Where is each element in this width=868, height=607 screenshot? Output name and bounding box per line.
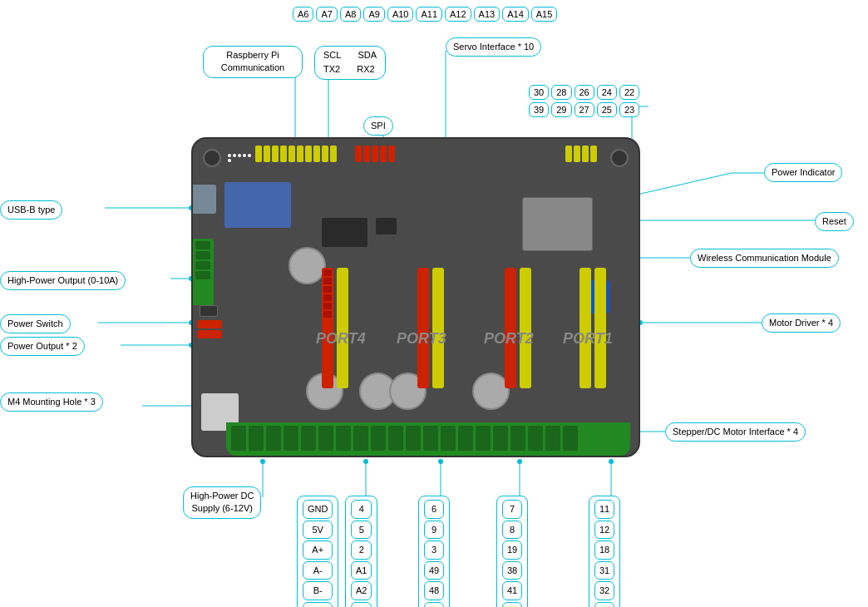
wireless-module-label: Wireless Communication Module: [690, 249, 839, 268]
pin-gnd1: GND: [303, 500, 333, 519]
spi-label: SPI: [363, 116, 393, 136]
pin-a14: A14: [502, 7, 529, 22]
pin-41: 41: [502, 581, 522, 600]
bottom-group1: GND 5V A+ A- B- B+ GND V+: [297, 496, 338, 607]
port3-label: PORT3: [397, 330, 446, 348]
pin-40: 40: [502, 602, 522, 608]
pin-5: 5: [351, 521, 372, 540]
pin-47: 47: [424, 602, 444, 608]
pin-a6: A6: [293, 7, 313, 22]
power-output-label: Power Output * 2: [0, 337, 85, 356]
high-power-dc-text: High-Power DCSupply (6-12V): [190, 491, 254, 513]
pin-12: 12: [594, 521, 614, 540]
pin-bminus: B-: [303, 581, 333, 600]
pin-aminus: A-: [303, 561, 333, 580]
rx2-label: RX2: [357, 63, 374, 76]
pin-3: 3: [424, 540, 444, 560]
bottom-group3: 6 9 3 49 48 47 43 42: [418, 496, 450, 607]
svg-point-40: [438, 459, 443, 464]
svg-point-42: [517, 459, 522, 464]
pin-48: 48: [424, 581, 444, 600]
reset-label: Reset: [815, 212, 854, 231]
pin-49: 49: [424, 561, 444, 580]
bottom-group5: 11 12 18 31 32 33 34 35: [589, 496, 620, 607]
pin-27: 27: [575, 102, 594, 117]
pin-a3: A3: [351, 602, 372, 608]
svg-point-44: [609, 459, 614, 464]
bottom-group2: 4 5 2 A1 A2 A3 A4 A5: [345, 496, 377, 607]
pin-32: 32: [594, 581, 614, 600]
pin-a10: A10: [387, 7, 414, 22]
servo-interface-label: Servo Interface * 10: [446, 37, 541, 57]
pin-4: 4: [351, 500, 372, 519]
pin-a1: A1: [351, 561, 372, 580]
pin-bplus: B+: [303, 602, 333, 608]
pin-a12: A12: [445, 7, 471, 22]
mounting-hole-label: M4 Mounting Hole * 3: [0, 392, 103, 412]
right-pins-group: 30 28 26 24 22 39 29 27 25 23: [529, 85, 639, 117]
tx2-label: TX2: [323, 63, 340, 76]
circuit-board: PORT4 PORT3 PORT2 PORT1: [191, 137, 640, 457]
pin-a9: A9: [363, 7, 384, 22]
pin-31: 31: [594, 561, 614, 580]
pin-5v: 5V: [303, 521, 333, 540]
pin-29: 29: [551, 102, 571, 117]
pin-9: 9: [424, 521, 444, 540]
scl-sda-box: SCL SDA TX2 RX2: [314, 46, 386, 80]
pin-a15: A15: [531, 7, 558, 22]
pin-8: 8: [502, 521, 522, 540]
diagram-container: PORT4 PORT3 PORT2 PORT1: [0, 0, 868, 607]
pin-6: 6: [424, 500, 444, 519]
high-power-output-label: High-Power Output (0-10A): [0, 271, 126, 290]
pin-2: 2: [351, 540, 372, 560]
pin-26: 26: [575, 85, 594, 100]
power-indicator-label: Power Indicator: [764, 163, 842, 182]
pin-a8: A8: [340, 7, 361, 22]
pin-30: 30: [529, 85, 549, 100]
bottom-group4: 7 8 19 38 41 40 37 36: [496, 496, 528, 607]
pin-25: 25: [597, 102, 617, 117]
pin-a13: A13: [474, 7, 501, 22]
stepper-dc-label: Stepper/DC Motor Interface * 4: [665, 422, 806, 442]
pin-7: 7: [502, 500, 522, 519]
sda-label: SDA: [358, 49, 377, 62]
high-power-dc-label: High-Power DCSupply (6-12V): [183, 486, 261, 519]
port1-label: PORT1: [563, 330, 613, 348]
pin-38: 38: [502, 561, 522, 580]
pin-18: 18: [594, 540, 614, 560]
pin-24: 24: [597, 85, 617, 100]
port4-label: PORT4: [316, 330, 366, 348]
pin-22: 22: [619, 85, 639, 100]
scl-label: SCL: [323, 49, 341, 62]
raspberry-pi-text: Raspberry PiCommunication: [210, 49, 295, 75]
raspberry-pi-label: Raspberry PiCommunication: [203, 46, 303, 78]
pin-aplus: A+: [303, 540, 333, 560]
motor-driver-label: Motor Driver * 4: [762, 313, 841, 333]
top-pin-row: A6 A7 A8 A9 A10 A11 A12 A13 A14 A15: [293, 7, 557, 22]
pin-a7: A7: [316, 7, 337, 22]
svg-point-38: [363, 459, 368, 464]
pin-19: 19: [502, 540, 522, 560]
pin-33: 33: [594, 602, 614, 608]
pin-39: 39: [529, 102, 549, 117]
svg-line-9: [634, 173, 732, 195]
svg-point-36: [260, 459, 265, 464]
port2-label: PORT2: [484, 330, 534, 348]
pin-28: 28: [551, 85, 571, 100]
pin-11: 11: [594, 500, 614, 519]
pin-a2: A2: [351, 581, 372, 600]
usb-b-label: USB-B type: [0, 200, 62, 220]
power-switch-label: Power Switch: [0, 314, 71, 333]
pin-23: 23: [619, 102, 639, 117]
pin-a11: A11: [416, 7, 442, 22]
